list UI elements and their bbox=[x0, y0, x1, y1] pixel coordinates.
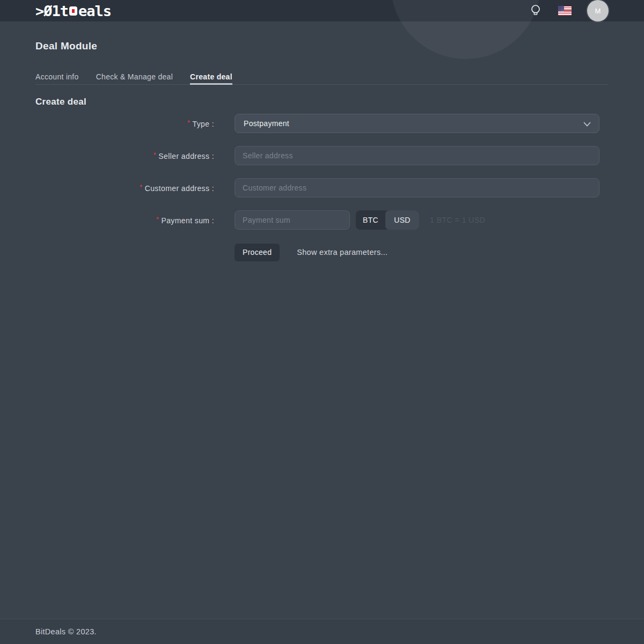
page-footer: BitDeals © 2023. bbox=[0, 619, 644, 644]
type-row: *Type : Postpayment bbox=[35, 114, 609, 133]
customer-address-label: *Customer address : bbox=[35, 183, 214, 193]
payment-sum-row: *Payment sum : BTC USD 1 BTC = 1 USD bbox=[35, 210, 609, 230]
actions-row: Proceed Show extra parameters... bbox=[35, 243, 609, 262]
logo-text-pre: >Ø1t bbox=[35, 3, 68, 19]
logo-text-post: eals bbox=[78, 3, 111, 19]
seller-address-label: *Seller address : bbox=[35, 151, 214, 160]
proceed-button[interactable]: Proceed bbox=[235, 244, 280, 261]
required-marker: * bbox=[187, 119, 190, 127]
customer-address-row: *Customer address : bbox=[35, 178, 609, 197]
required-marker: * bbox=[140, 183, 142, 191]
tab-account-info[interactable]: Account info bbox=[35, 72, 79, 84]
brand-logo[interactable]: >Ø1t eals bbox=[35, 3, 111, 19]
chevron-down-icon bbox=[583, 122, 591, 127]
logo-d-glyph bbox=[69, 6, 77, 16]
lightbulb-icon bbox=[530, 4, 541, 18]
payment-sum-input[interactable] bbox=[235, 210, 350, 230]
show-extra-parameters-link[interactable]: Show extra parameters... bbox=[297, 248, 387, 257]
create-deal-form: *Type : Postpayment *Seller address : bbox=[35, 114, 609, 262]
main-content: Deal Module Account info Check & Manage … bbox=[0, 40, 644, 262]
type-label: *Type : bbox=[35, 119, 214, 128]
tab-check-manage-deal[interactable]: Check & Manage deal bbox=[96, 72, 173, 84]
us-flag-canton bbox=[558, 6, 564, 11]
tab-bar: Account info Check & Manage deal Create … bbox=[35, 72, 609, 85]
payment-sum-label: *Payment sum : bbox=[35, 215, 214, 225]
theme-toggle-button[interactable] bbox=[530, 4, 541, 18]
language-flag-us[interactable] bbox=[558, 6, 572, 16]
page-title: Deal Module bbox=[35, 40, 609, 52]
copyright-text: BitDeals © 2023. bbox=[35, 627, 97, 636]
tab-create-deal[interactable]: Create deal bbox=[190, 72, 232, 84]
type-select[interactable]: Postpayment bbox=[235, 114, 599, 133]
seller-address-input[interactable] bbox=[235, 146, 599, 165]
top-header: >Ø1t eals M bbox=[0, 0, 644, 21]
required-marker: * bbox=[153, 151, 156, 159]
customer-address-input[interactable] bbox=[235, 178, 599, 197]
currency-option-usd[interactable]: USD bbox=[385, 210, 419, 230]
avatar-initial: M bbox=[595, 7, 601, 15]
user-avatar[interactable]: M bbox=[587, 0, 609, 21]
section-title: Create deal bbox=[35, 97, 609, 107]
exchange-rate-text: 1 BTC = 1 USD bbox=[430, 216, 485, 224]
currency-toggle: BTC USD bbox=[356, 210, 419, 230]
seller-address-row: *Seller address : bbox=[35, 146, 609, 165]
currency-option-btc[interactable]: BTC bbox=[356, 210, 385, 230]
header-actions: M bbox=[530, 0, 609, 21]
required-marker: * bbox=[156, 215, 159, 223]
type-select-value: Postpayment bbox=[244, 119, 289, 128]
